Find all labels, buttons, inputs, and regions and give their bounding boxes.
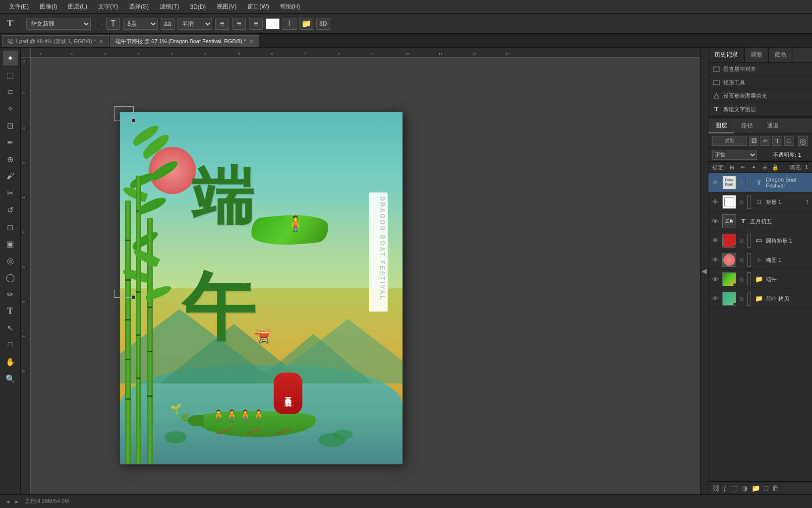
path-select-tool[interactable]: ↖ <box>3 320 18 335</box>
layer-vis-4[interactable]: 👁 <box>711 256 719 264</box>
move-tool[interactable]: ✦ <box>3 51 18 65</box>
text-tool[interactable]: T <box>3 304 18 318</box>
layers-tab-path[interactable]: 路径 <box>734 119 760 133</box>
magic-wand-tool[interactable]: ✧ <box>3 101 18 116</box>
status-prev-btn[interactable]: ◂ <box>4 498 12 506</box>
menu-item-view[interactable]: 视图(V) <box>212 1 241 12</box>
tab-2-close[interactable]: ✕ <box>249 38 254 45</box>
align-left-btn[interactable]: ≡ <box>215 18 229 30</box>
menu-item-layer[interactable]: 图层(L) <box>63 1 92 12</box>
brush-tool[interactable]: 🖌 <box>3 169 18 184</box>
crop-tool[interactable]: ⊡ <box>3 118 18 133</box>
menu-item-3d[interactable]: 3D(D) <box>185 2 211 12</box>
history-brush-tool[interactable]: ↺ <box>3 202 18 217</box>
layer-filter-text[interactable]: T <box>772 136 782 146</box>
clone-stamp-tool[interactable]: ✂ <box>3 186 18 200</box>
layer-item-6[interactable]: 👁 ⛓ 📁 荷叶 拷贝 <box>708 289 812 309</box>
layer-style-btn[interactable]: ƒ <box>723 484 727 492</box>
menu-item-window[interactable]: 窗口(W) <box>242 1 274 12</box>
history-item-0[interactable]: 垂直居中对齐 <box>708 63 812 76</box>
align-right-btn[interactable]: ≡ <box>249 18 263 30</box>
lock-pixel-btn[interactable]: ✏ <box>739 163 747 171</box>
layer-vis-2[interactable]: 👁 <box>711 217 719 225</box>
layer-vis-3[interactable]: 👁 <box>711 237 719 245</box>
lock-all-btn[interactable]: 🔒 <box>771 163 779 171</box>
layer-item-5[interactable]: 👁 ⛓ 📁 端午 <box>708 270 812 289</box>
history-item-2[interactable]: 设置形状图层填充 <box>708 89 812 103</box>
layer-filter-pen[interactable]: ✏ <box>760 136 770 146</box>
layer-link-btn[interactable]: ⛓ <box>712 484 719 492</box>
dodge-tool[interactable]: ◯ <box>3 270 18 285</box>
text-color-swatch[interactable] <box>266 18 280 29</box>
menu-item-image[interactable]: 图像(I) <box>35 1 62 12</box>
layer-item-2[interactable]: 👁 五月 T 五月初五 <box>708 212 812 231</box>
spot-heal-tool[interactable]: ⊕ <box>3 152 18 167</box>
gradient-tool[interactable]: ▣ <box>3 236 18 251</box>
font-size-select[interactable]: 8点 <box>123 18 158 30</box>
tab-adjust[interactable]: 调整 <box>745 48 769 62</box>
layer-corner-4 <box>747 253 751 267</box>
tab-1[interactable]: 端-1.psd @ 49.4% (形状 1, RGB/8) * ✕ <box>2 35 109 47</box>
panel-collapse-btn[interactable]: ◀ <box>700 48 708 494</box>
layer-item-0[interactable]: 👁 DragBoat ⛓ T Dragon Boat Festival <box>708 173 812 192</box>
warp-text-btn[interactable]: ⌇ <box>283 18 296 30</box>
text-tool-icon[interactable]: T <box>4 17 16 30</box>
zoom-tool[interactable]: 🔍 <box>3 371 18 386</box>
layer-name-6: 荷叶 拷贝 <box>766 295 809 303</box>
menu-item-select[interactable]: 选择(S) <box>124 1 154 12</box>
tab-color[interactable]: 颜色 <box>769 48 793 62</box>
layer-vis-5[interactable]: 👁 <box>711 275 719 283</box>
layers-tab-layers[interactable]: 图层 <box>708 119 734 133</box>
layer-new-btn[interactable]: □ <box>764 484 768 492</box>
align-center-btn[interactable]: ≡ <box>232 18 246 30</box>
eyedropper-tool[interactable]: ✒ <box>3 135 18 150</box>
menu-item-filter[interactable]: 滤镜(T) <box>155 1 184 12</box>
menu-item-text[interactable]: 文字(Y) <box>93 1 123 12</box>
layer-delete-btn[interactable]: 🗑 <box>772 484 779 492</box>
layer-item-4[interactable]: 👁 ⛓ ○ 椭圆 1 <box>708 251 812 270</box>
font-aa-btn[interactable]: aa <box>161 18 174 30</box>
lock-move-btn[interactable]: ✦ <box>750 163 757 171</box>
menu-item-file[interactable]: 文件(E) <box>4 1 34 12</box>
layer-type-select[interactable]: 类型 <box>712 136 747 146</box>
shape-tool[interactable]: □ <box>3 337 18 352</box>
font-family-select[interactable]: 华文新魏 <box>26 18 91 30</box>
history-icon-3: T <box>712 105 720 113</box>
layer-item-3[interactable]: 👁 ⛓ ▭ 圆角矩形 1 <box>708 231 812 251</box>
folder-btn[interactable]: 📁 <box>299 18 313 30</box>
lock-artboard-btn[interactable]: ⊟ <box>760 163 768 171</box>
half-dissolve-select[interactable]: 半消 <box>177 18 212 30</box>
lock-row: 锁定: ⊞ ✏ ✦ ⊟ 🔒 填充: 1 <box>708 162 812 173</box>
layer-mask-btn[interactable]: ⬚ <box>731 484 738 492</box>
layer-filter-image[interactable]: 🖼 <box>749 136 759 146</box>
tab-2[interactable]: 端午节海报 @ 67.1% (Dragon Boat Festival, RGB… <box>110 35 259 47</box>
layers-tab-channel[interactable]: 通道 <box>760 119 786 133</box>
layer-vis-6[interactable]: 👁 <box>711 295 719 303</box>
layer-adjust-btn[interactable]: ◑ <box>742 484 748 492</box>
history-item-3[interactable]: T 新建文字图层 <box>708 103 812 116</box>
blend-mode-select[interactable]: 正常 <box>712 150 757 160</box>
main-layout: ✦ ⬚ ⊂ ✧ ⊡ ✒ ⊕ 🖌 ✂ ↺ ◻ ▣ ◎ ◯ ✏ T ↖ □ ✋ 🔍 … <box>0 48 812 494</box>
hand-tool[interactable]: ✋ <box>3 354 18 369</box>
layer-cursor-1: ↑ <box>805 197 809 206</box>
select-tool[interactable]: ⬚ <box>3 67 18 82</box>
3d-btn[interactable]: 3D <box>316 18 330 30</box>
history-item-1[interactable]: 矩形工具 <box>708 76 812 89</box>
tab-history[interactable]: 历史记录 <box>708 48 745 62</box>
pen-tool[interactable]: ✏ <box>3 287 18 302</box>
layer-vis-1[interactable]: 👁 <box>711 198 719 206</box>
status-next-btn[interactable]: ▸ <box>13 498 21 506</box>
layer-group-btn[interactable]: 📁 <box>752 484 760 492</box>
lock-transparent-btn[interactable]: ⊞ <box>728 163 736 171</box>
layer-type-0: T <box>755 179 763 187</box>
layer-filter-toggle[interactable]: ◎ <box>798 136 808 146</box>
tab-1-close[interactable]: ✕ <box>99 38 104 45</box>
lasso-tool[interactable]: ⊂ <box>3 84 18 99</box>
eraser-tool[interactable]: ◻ <box>3 219 18 234</box>
font-size-icon[interactable]: T <box>106 18 120 30</box>
menu-item-help[interactable]: 帮助(H) <box>275 1 305 12</box>
layer-vis-0[interactable]: 👁 <box>711 179 719 187</box>
blur-tool[interactable]: ◎ <box>3 253 18 268</box>
layer-filter-shape[interactable]: □ <box>784 136 794 146</box>
layer-item-1[interactable]: 👁 ⛓ □ 矩形 1 ↑ <box>708 192 812 212</box>
